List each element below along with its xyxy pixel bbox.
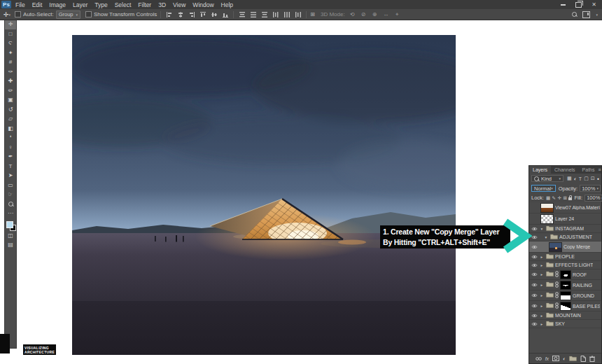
filter-toggle-icon[interactable]: ● (597, 176, 599, 181)
move-tool[interactable]: ✛ (5, 20, 16, 29)
layer-row-mountain[interactable]: ▸MOUNTAIN (529, 312, 601, 320)
visibility-eye-icon[interactable] (531, 255, 538, 259)
add-adjustment-layer-icon[interactable]: ◐ (563, 356, 566, 361)
delete-layer-icon[interactable] (589, 356, 595, 362)
filter-shape-layers-icon[interactable]: ▢ (584, 176, 589, 181)
tab-layers[interactable]: Layers (529, 166, 551, 174)
expand-arrow-icon[interactable]: ▸ (539, 322, 545, 326)
menu-item-view[interactable]: View (173, 1, 186, 8)
filter-kind-dropdown[interactable]: Kind ▾ (531, 175, 564, 182)
clone-stamp-tool[interactable]: ▣ (5, 95, 16, 105)
expand-arrow-icon[interactable]: ▸ (539, 263, 545, 267)
align-top-icon[interactable] (198, 10, 207, 18)
workspace-switcher-icon[interactable] (582, 11, 590, 18)
lasso-tool[interactable]: Ϛ (5, 38, 16, 48)
menu-item-filter[interactable]: Filter (138, 1, 151, 8)
healing-brush-tool[interactable]: ✚ (5, 76, 16, 86)
menu-item-image[interactable]: Image (49, 1, 66, 8)
show-transform-checkbox[interactable] (85, 11, 92, 18)
visibility-eye-icon[interactable] (531, 272, 538, 276)
menu-item-type[interactable]: Type (94, 1, 107, 8)
search-icon[interactable] (572, 12, 577, 17)
layer-name[interactable]: BASE PILES (573, 304, 600, 309)
tab-channels[interactable]: Channels (551, 166, 579, 174)
distribute-h-center-icon[interactable] (282, 10, 291, 18)
layer-row-layer-24[interactable]: Layer 24 (529, 214, 601, 225)
3d-scale-icon[interactable]: ⌖ (393, 10, 402, 18)
type-tool[interactable]: T (5, 162, 16, 172)
layer-name[interactable]: ROOF (573, 272, 587, 277)
distribute-bottom-icon[interactable] (260, 10, 269, 18)
chevron-down-icon[interactable]: ▾ (596, 13, 598, 17)
layer-name[interactable]: EFFECTS LIGHT (555, 262, 593, 267)
distribute-v-middle-icon[interactable] (248, 10, 258, 18)
auto-select-checkbox[interactable] (15, 11, 21, 18)
menu-item-help[interactable]: Help (221, 1, 233, 8)
layer-name[interactable]: View07 Alpha.Material_ID (555, 205, 600, 210)
layer-thumbnail[interactable] (540, 203, 554, 213)
layer-row-people[interactable]: ▸PEOPLE (529, 253, 601, 261)
foreground-color-swatch[interactable] (6, 221, 13, 228)
layer-mask-thumbnail[interactable] (560, 302, 571, 311)
layer-name[interactable]: INSTAGRAM (555, 226, 584, 231)
layer-row-instagram[interactable]: ▾INSTAGRAM (529, 225, 601, 233)
menu-item-file[interactable]: File (15, 1, 25, 8)
history-brush-tool[interactable]: ↺ (5, 105, 16, 115)
layer-thumbnail[interactable] (549, 242, 562, 252)
align-right-icon[interactable] (187, 10, 196, 18)
expand-arrow-icon[interactable]: ▸ (539, 293, 545, 298)
align-h-center-icon[interactable] (176, 10, 185, 18)
3d-slide-icon[interactable]: ↔ (382, 10, 391, 18)
menu-item-window[interactable]: Window (192, 1, 214, 8)
distribute-top-icon[interactable] (237, 10, 246, 18)
layer-name[interactable]: ADJUSTMENT (559, 234, 592, 239)
eyedropper-tool[interactable]: ✑ (5, 67, 16, 77)
add-layer-mask-icon[interactable] (552, 356, 559, 361)
dodge-tool[interactable]: ♀ (5, 143, 16, 153)
filter-adjustment-layers-icon[interactable]: ◐ (574, 176, 577, 181)
canvas-image[interactable] (72, 35, 456, 355)
new-group-icon[interactable] (569, 356, 577, 361)
pen-tool[interactable]: ✒ (5, 152, 16, 162)
visibility-eye-icon[interactable] (531, 263, 538, 267)
fill-field[interactable]: 100% ▾ (584, 195, 602, 202)
lock-position-icon[interactable]: ✛ (558, 195, 561, 201)
3d-drag-icon[interactable]: ⊕ (370, 10, 379, 18)
layer-row-effects-light[interactable]: ▸EFFECTS LIGHT (529, 261, 601, 270)
filter-smart-objects-icon[interactable]: ⊡ (591, 176, 595, 181)
filter-type-layers-icon[interactable]: T (579, 176, 582, 181)
blend-mode-dropdown[interactable]: Normal ▾ (531, 185, 556, 192)
menu-item-3d[interactable]: 3D (158, 1, 166, 8)
auto-select-dropdown[interactable]: Group ▾ (56, 10, 80, 19)
opacity-field[interactable]: 100% ▾ (580, 185, 601, 192)
lock-artboard-icon[interactable]: ⊞ (564, 195, 567, 201)
distribute-left-icon[interactable] (271, 10, 280, 18)
layer-row-railing[interactable]: ▸RAILING (529, 280, 601, 290)
layer-thumbnail[interactable] (540, 214, 554, 224)
brush-tool[interactable]: ✏ (5, 86, 16, 96)
layer-row-view07-alpha-material-id[interactable]: View07 Alpha.Material_ID (529, 202, 601, 214)
layer-name[interactable]: MOUNTAIN (555, 313, 581, 318)
crop-tool[interactable]: # (5, 57, 16, 67)
layer-mask-thumbnail[interactable] (560, 281, 571, 290)
layer-row-roof[interactable]: ▸ROOF (529, 270, 601, 280)
layer-row-ground[interactable]: ▸GROUND (529, 290, 601, 301)
layer-name[interactable]: PEOPLE (555, 254, 575, 259)
eraser-tool[interactable]: ▱ (5, 114, 16, 124)
minimize-icon[interactable] (561, 4, 566, 6)
foreground-background-swatches[interactable] (5, 220, 16, 231)
menu-item-edit[interactable]: Edit (32, 1, 43, 8)
mask-link-icon[interactable] (555, 281, 559, 289)
filter-pixel-layers-icon[interactable]: ▦ (567, 176, 572, 181)
expand-arrow-icon[interactable]: ▸ (539, 255, 545, 259)
lock-transparency-icon[interactable]: ▦ (546, 195, 550, 201)
move-tool-icon[interactable]: ✛ (4, 11, 9, 18)
path-select-tool[interactable]: ➤ (5, 171, 16, 181)
collapse-arrow-icon[interactable]: ▾ (543, 235, 549, 239)
layer-mask-thumbnail[interactable] (560, 291, 571, 300)
mask-link-icon[interactable] (555, 271, 559, 279)
tool-preset-caret-icon[interactable]: ▾ (9, 13, 11, 17)
layer-row-copy-merge[interactable]: Copy Merge (529, 241, 601, 253)
link-layers-icon[interactable] (536, 357, 542, 360)
blur-tool[interactable]: ❛ (5, 133, 16, 143)
